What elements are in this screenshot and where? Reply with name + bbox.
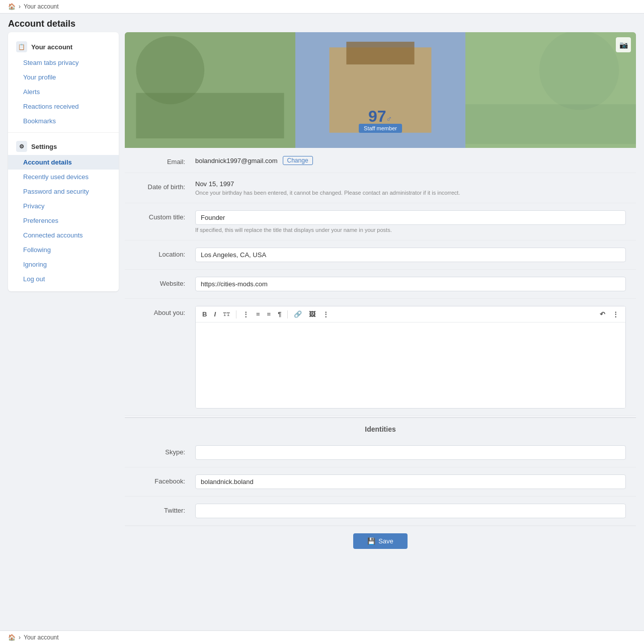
editor-toolbar: B I 𝚃𝚃 ⋮ ≡ ≡ ¶ 🔗 🖼 [196, 306, 625, 323]
toolbar-list-ordered[interactable]: ≡ [265, 309, 274, 319]
toolbar-image[interactable]: 🖼 [306, 309, 318, 319]
settings-icon: ⚙ [16, 141, 27, 152]
sidebar-item-reactions-received[interactable]: Reactions received [8, 99, 119, 114]
save-label: Save [378, 537, 393, 545]
facebook-input[interactable] [195, 474, 626, 489]
bottom-home-icon[interactable]: 🏠 [8, 634, 16, 641]
toolbar-sep-2 [287, 310, 288, 318]
website-input[interactable] [195, 277, 626, 291]
save-button[interactable]: 💾 Save [353, 533, 408, 549]
sidebar: 📋 Your account Steam tabs privacy Your p… [8, 32, 119, 291]
custom-title-row: Custom title: If specified, this will re… [125, 203, 636, 240]
change-email-link[interactable]: Change [283, 156, 313, 165]
toolbar-font-size[interactable]: 𝚃𝚃 [220, 310, 232, 319]
toolbar-undo[interactable]: ↶ [597, 309, 608, 319]
sidebar-item-account-details[interactable]: Account details [8, 155, 119, 170]
custom-title-label: Custom title: [135, 210, 195, 221]
breadcrumb-link[interactable]: Your account [24, 3, 59, 10]
save-icon: 💾 [367, 537, 375, 545]
cover-left [125, 32, 295, 148]
sidebar-item-your-profile[interactable]: Your profile [8, 70, 119, 85]
save-row: 💾 Save [125, 526, 636, 556]
twitter-row: Twitter: [125, 497, 636, 526]
toolbar-italic[interactable]: I [211, 309, 218, 319]
custom-title-input[interactable] [195, 210, 626, 225]
identities-header: Identities [125, 417, 636, 438]
top-breadcrumb: 🏠 › Your account [0, 0, 644, 14]
sidebar-settings-header: ⚙ Settings [8, 137, 119, 155]
sidebar-your-account-header: 📋 Your account [8, 37, 119, 55]
about-label: About you: [135, 306, 195, 316]
camera-icon: 📷 [619, 41, 628, 49]
skype-field [195, 445, 626, 460]
about-row: About you: B I 𝚃𝚃 ⋮ ≡ ≡ ¶ [125, 299, 636, 416]
toolbar-list-unordered[interactable]: ≡ [254, 309, 263, 319]
sidebar-item-connected-accounts[interactable]: Connected accounts [8, 228, 119, 243]
dob-row: Date of birth: Nov 15, 1997 Once your bi… [125, 173, 636, 203]
breadcrumb-chevron: › [19, 3, 21, 10]
sidebar-item-alerts[interactable]: Alerts [8, 85, 119, 99]
skype-input[interactable] [195, 445, 626, 460]
location-field [195, 248, 626, 262]
about-editor-body[interactable] [196, 323, 625, 408]
sidebar-item-ignoring[interactable]: Ignoring [8, 257, 119, 272]
bottom-breadcrumb-link[interactable]: Your account [24, 634, 59, 641]
location-row: Location: [125, 240, 636, 270]
sidebar-item-preferences[interactable]: Preferences [8, 213, 119, 228]
sidebar-item-recently-used-devices[interactable]: Recently used devices [8, 170, 119, 184]
cover-right [465, 32, 636, 148]
bottom-breadcrumb: 🏠 › Your account [0, 630, 644, 644]
sidebar-item-bookmarks[interactable]: Bookmarks [8, 114, 119, 128]
email-field-container: bolandnick1997@gmail.com Change [195, 155, 626, 165]
bottom-chevron: › [19, 634, 21, 641]
custom-title-field: If specified, this will replace the titl… [195, 210, 626, 233]
website-field [195, 277, 626, 291]
skype-row: Skype: [125, 438, 636, 467]
facebook-row: Facebook: [125, 467, 636, 497]
toolbar-link[interactable]: 🔗 [291, 309, 304, 319]
custom-title-note: If specified, this will replace the titl… [195, 227, 626, 233]
editor-container: B I 𝚃𝚃 ⋮ ≡ ≡ ¶ 🔗 🖼 [195, 306, 626, 409]
camera-button[interactable]: 📷 [616, 37, 631, 52]
sidebar-item-steam-tabs-privacy[interactable]: Steam tabs privacy [8, 55, 119, 70]
toolbar-more-1[interactable]: ⋮ [240, 309, 252, 319]
content-area: 97♂ Staff member 📷 Email: bolandnick1997… [125, 32, 636, 556]
account-form: Email: bolandnick1997@gmail.com Change D… [125, 148, 636, 556]
staff-badge: Staff member [359, 124, 402, 133]
location-input[interactable] [195, 248, 626, 262]
email-label: Email: [135, 155, 195, 166]
toolbar-paragraph[interactable]: ¶ [275, 309, 284, 319]
sidebar-item-following[interactable]: Following [8, 243, 119, 257]
facebook-label: Facebook: [135, 474, 195, 485]
home-icon[interactable]: 🏠 [8, 3, 16, 10]
dob-field: Nov 15, 1997 Once your birthday has been… [195, 180, 626, 196]
sidebar-item-password-and-security[interactable]: Password and security [8, 184, 119, 199]
toolbar-bold[interactable]: B [200, 309, 209, 319]
toolbar-sep-1 [236, 310, 236, 318]
cover-image: 97♂ Staff member 📷 [125, 32, 636, 148]
twitter-input[interactable] [195, 504, 626, 518]
website-label: Website: [135, 277, 195, 287]
cover-number-overlay: 97♂ [368, 107, 392, 126]
location-label: Location: [135, 248, 195, 258]
email-row: Email: bolandnick1997@gmail.com Change [125, 148, 636, 173]
skype-label: Skype: [135, 445, 195, 456]
account-icon: 📋 [16, 41, 27, 52]
about-field: B I 𝚃𝚃 ⋮ ≡ ≡ ¶ 🔗 🖼 [195, 306, 626, 409]
twitter-label: Twitter: [135, 504, 195, 514]
dob-value: Nov 15, 1997 [195, 180, 626, 188]
dob-label: Date of birth: [135, 180, 195, 191]
dob-note: Once your birthday has been entered, it … [195, 190, 626, 196]
page-title: Account details [0, 14, 644, 32]
website-row: Website: [125, 270, 636, 299]
toolbar-more-2[interactable]: ⋮ [320, 309, 332, 319]
sidebar-item-privacy[interactable]: Privacy [8, 199, 119, 213]
facebook-field [195, 474, 626, 489]
toolbar-more-3[interactable]: ⋮ [610, 309, 621, 319]
twitter-field [195, 504, 626, 518]
email-value: bolandnick1997@gmail.com [195, 157, 278, 165]
sidebar-item-log-out[interactable]: Log out [8, 272, 119, 286]
